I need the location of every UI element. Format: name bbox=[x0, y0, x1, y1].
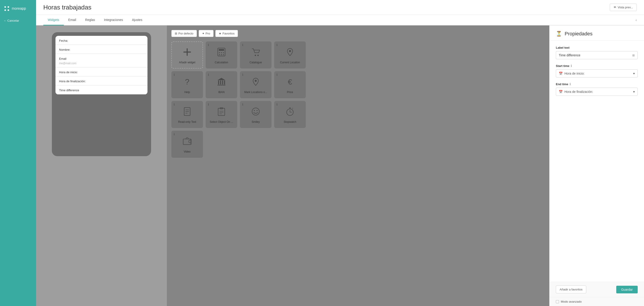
svg-point-35 bbox=[252, 108, 259, 115]
widget-card-video[interactable]: ℹVideo bbox=[171, 131, 203, 158]
svg-point-0 bbox=[4, 6, 6, 8]
phone-preview: Fecha: Nombre: Email me@mail.com Hora de… bbox=[36, 25, 167, 306]
widget-card-current-location[interactable]: ℹCurrent Location bbox=[274, 41, 306, 68]
content-area: Fecha: Nombre: Email me@mail.com Hora de… bbox=[36, 25, 644, 306]
info-icon-select-object[interactable]: ℹ bbox=[208, 103, 209, 106]
sidebar-logo: moreapp bbox=[0, 3, 30, 17]
svg-point-10 bbox=[223, 52, 224, 53]
widget-card-mark-locations[interactable]: ℹMark Locations o... bbox=[240, 71, 272, 98]
tab-reglas[interactable]: Reglas bbox=[81, 15, 100, 25]
svg-rect-22 bbox=[224, 80, 225, 84]
svg-marker-18 bbox=[217, 78, 225, 80]
widget-label-select-object: Select Object On ... bbox=[210, 120, 233, 123]
form-field-hora-fin: Hora de finalización: bbox=[56, 76, 148, 85]
properties-header: ⏳ Propiedades bbox=[550, 25, 644, 40]
info-icon-price[interactable]: ℹ bbox=[276, 73, 278, 76]
prop-group-start-time: Start time ℹ 📅 Hora de inicio: ▾ bbox=[556, 64, 638, 77]
properties-title: Propiedades bbox=[565, 31, 592, 37]
widget-card-stopwatch[interactable]: ℹStopwatch bbox=[274, 101, 306, 128]
preview-button[interactable]: 👁 Vista prev... bbox=[610, 3, 637, 11]
info-icon-end[interactable]: ℹ bbox=[570, 82, 571, 86]
info-icon-help[interactable]: ℹ bbox=[174, 73, 175, 76]
widget-card-calculation[interactable]: ℹCalculation bbox=[206, 41, 237, 68]
info-icon-video[interactable]: ℹ bbox=[174, 132, 175, 136]
info-icon-readonly-text[interactable]: ℹ bbox=[174, 103, 175, 106]
info-icon-smiley[interactable]: ℹ bbox=[242, 103, 243, 106]
widget-label-mark-locations: Mark Locations o... bbox=[244, 91, 267, 94]
svg-rect-23 bbox=[217, 85, 225, 85]
info-icon-calculation[interactable]: ℹ bbox=[208, 43, 209, 47]
svg-rect-41 bbox=[289, 107, 291, 108]
info-icon-iban[interactable]: ℹ bbox=[208, 73, 209, 76]
grid-icon: ⊞ bbox=[175, 32, 177, 35]
info-icon-start[interactable]: ℹ bbox=[571, 64, 572, 68]
form-field-nombre: Nombre: bbox=[56, 45, 148, 54]
tab-widgets[interactable]: Widgets bbox=[43, 15, 64, 25]
advanced-mode-row: Modo avanzado bbox=[550, 297, 644, 306]
prop-label-text-input[interactable]: Time difference ⊞ bbox=[556, 51, 638, 59]
svg-point-3 bbox=[8, 9, 9, 11]
nav-tabs: Widgets Email Reglas Integraciones Ajust… bbox=[36, 15, 644, 25]
tab-ajustes[interactable]: Ajustes bbox=[128, 15, 147, 25]
filter-default-button[interactable]: ⊞ Por defecto bbox=[171, 30, 197, 37]
prop-start-time-select[interactable]: 📅 Hora de inicio: ▾ bbox=[556, 69, 638, 77]
widget-icon-stopwatch bbox=[285, 107, 295, 118]
svg-point-16 bbox=[289, 50, 291, 52]
svg-rect-7 bbox=[219, 49, 224, 50]
widget-card-select-object[interactable]: ℹSelect Object On ... bbox=[206, 101, 237, 128]
widget-label-add: Añadir widget bbox=[179, 61, 196, 64]
advanced-mode-label[interactable]: Modo avanzado bbox=[556, 300, 638, 303]
svg-rect-19 bbox=[218, 80, 219, 84]
widget-icon-mark-locations bbox=[251, 77, 261, 89]
svg-marker-44 bbox=[186, 137, 188, 139]
widget-card-price[interactable]: ℹ€Price bbox=[274, 71, 306, 98]
table-icon: ⊞ bbox=[632, 54, 635, 57]
add-favorite-button[interactable]: Añadir a favoritos bbox=[556, 286, 586, 293]
widget-icon-select-object bbox=[216, 107, 226, 118]
chevron-down-icon-end: ▾ bbox=[633, 90, 635, 93]
widget-card-help[interactable]: ℹ?Help bbox=[171, 71, 203, 98]
filter-default-label: Por defecto bbox=[178, 32, 194, 35]
widget-card-iban[interactable]: ℹIBAN bbox=[206, 71, 237, 98]
field-label-hora-inicio: Hora de inicio: bbox=[59, 70, 144, 74]
cancel-button[interactable]: ← Cancelar bbox=[0, 17, 23, 24]
info-icon-current-location[interactable]: ℹ bbox=[276, 43, 278, 47]
properties-footer: Añadir a favoritos Guardar bbox=[550, 282, 644, 297]
filter-favorites-button[interactable]: ★ Favoritos bbox=[215, 30, 238, 37]
widget-card-smiley[interactable]: ℹSmiley bbox=[240, 101, 272, 128]
widget-card-add[interactable]: Añadir widget bbox=[171, 41, 203, 68]
save-button[interactable]: Guardar bbox=[616, 286, 638, 293]
prop-label-text-label: Label text bbox=[556, 46, 638, 49]
widget-grid-area: ⊞ Por defecto ✦ Pro ★ Favoritos Añadir w… bbox=[167, 25, 549, 306]
nav-collapse-arrow[interactable]: ‹ bbox=[636, 18, 637, 22]
info-icon-catalogue[interactable]: ℹ bbox=[242, 43, 243, 47]
info-icon-mark-locations[interactable]: ℹ bbox=[242, 73, 243, 76]
prop-end-time-select[interactable]: 📅 Hora de finalización: ▾ bbox=[556, 88, 638, 96]
pro-icon: ✦ bbox=[202, 32, 204, 35]
prop-end-time-label: End time ℹ bbox=[556, 82, 638, 86]
svg-text:€: € bbox=[288, 77, 292, 86]
phone-frame: Fecha: Nombre: Email me@mail.com Hora de… bbox=[52, 32, 151, 156]
main-area: Horas trabajadas 👁 Vista prev... Widgets… bbox=[36, 0, 644, 306]
filter-pro-label: Pro bbox=[206, 32, 210, 35]
field-input-email: me@mail.com bbox=[59, 62, 144, 65]
advanced-mode-checkbox[interactable] bbox=[556, 300, 559, 303]
widget-card-catalogue[interactable]: ℹCatalogue bbox=[240, 41, 272, 68]
tab-email[interactable]: Email bbox=[64, 15, 81, 25]
form-field-email: Email me@mail.com bbox=[56, 54, 148, 67]
prop-start-time-label-text: Start time bbox=[556, 64, 569, 68]
widget-label-readonly-text: Read-only Text bbox=[178, 120, 196, 123]
prop-start-time-value: Hora de inicio: bbox=[564, 72, 585, 75]
filter-pro-button[interactable]: ✦ Pro bbox=[199, 30, 214, 37]
widget-label-stopwatch: Stopwatch bbox=[284, 120, 296, 123]
field-label-email: Email bbox=[59, 57, 144, 60]
svg-point-15 bbox=[257, 54, 259, 56]
svg-rect-43 bbox=[183, 139, 191, 144]
widget-card-readonly-text[interactable]: ℹRead-only Text bbox=[171, 101, 203, 128]
svg-point-36 bbox=[254, 110, 255, 111]
logo-text: moreapp bbox=[12, 6, 26, 10]
tab-integraciones[interactable]: Integraciones bbox=[100, 15, 128, 25]
info-icon-stopwatch[interactable]: ℹ bbox=[276, 103, 278, 106]
prop-end-time-label-text: End time bbox=[556, 82, 568, 86]
widget-icon-price: € bbox=[285, 77, 295, 89]
